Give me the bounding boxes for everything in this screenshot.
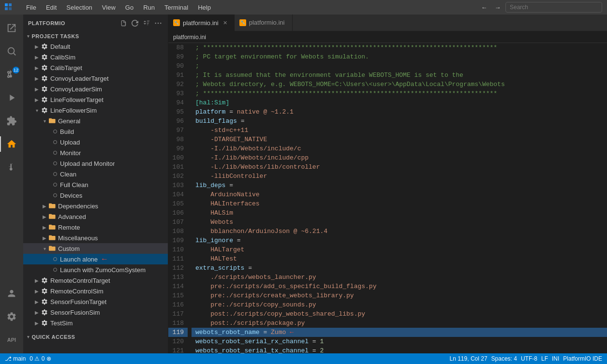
sidebar-new-file-btn[interactable]: [118, 18, 128, 28]
run-debug-icon[interactable]: [0, 86, 23, 109]
sidebar-refresh-btn[interactable]: [130, 18, 140, 28]
status-errors[interactable]: 0 ⚠ 0 ⊗: [30, 355, 51, 362]
sidebar-item-launch-alone[interactable]: Launch alone ←: [23, 254, 168, 264]
sidebar-item-remotecontroltarget[interactable]: ▶ RemoteControlTarget: [23, 275, 168, 286]
sidebar-item-monitor-label: Monitor: [60, 149, 81, 157]
status-cursor[interactable]: Ln 119, Col 27: [450, 355, 488, 362]
status-branch[interactable]: ⎇ main: [5, 355, 26, 362]
sidebar-item-sensorfusiontarget[interactable]: ▶ SensorFusionTarget: [23, 296, 168, 307]
folder-icon: [48, 202, 56, 210]
sidebar-item-full-clean[interactable]: Full Clean: [23, 179, 168, 190]
sidebar-item-upload[interactable]: Upload: [23, 137, 168, 147]
status-eol[interactable]: LF: [541, 355, 548, 362]
code-line-90: ;: [192, 61, 607, 71]
red-arrow-annotation-2: ←: [290, 328, 294, 337]
account-icon[interactable]: [0, 282, 23, 305]
flask-icon[interactable]: [0, 156, 23, 179]
sidebar-item-linefollowertarget[interactable]: ▶ LineFollowerTarget: [23, 94, 168, 105]
remote-explorer-icon[interactable]: API: [0, 328, 23, 351]
menu-help[interactable]: Help: [194, 3, 215, 12]
folder-icon: [48, 213, 56, 220]
nav-fwd-button[interactable]: →: [492, 1, 503, 13]
status-platformio[interactable]: PlatformIO IDE: [563, 355, 602, 362]
sidebar-item-remote[interactable]: ▶ Remote: [23, 222, 168, 233]
breadcrumb-file[interactable]: platformio.ini: [173, 34, 206, 41]
chevron-right-icon: ▶: [41, 223, 48, 231]
explorer-icon[interactable]: [0, 16, 23, 40]
extensions-icon[interactable]: [0, 109, 23, 132]
tab-close-btn[interactable]: ✕: [222, 19, 229, 27]
menu-view[interactable]: View: [98, 3, 119, 12]
sidebar-item-build[interactable]: Build: [23, 126, 168, 137]
sidebar-item-remotecontrolsim[interactable]: ▶ RemoteControlSim: [23, 286, 168, 296]
code-area[interactable]: ; **************************************…: [192, 43, 607, 353]
breadcrumb-bar: platformio.ini: [168, 31, 607, 43]
sidebar-item-calibsim[interactable]: ▶ CalibSim: [23, 52, 168, 62]
settings-icon[interactable]: [0, 305, 23, 328]
sidebar-item-upload-and-monitor[interactable]: Upload and Monitor: [23, 158, 168, 169]
sidebar-item-calibtarget[interactable]: ▶ CalibTarget: [23, 62, 168, 73]
sidebar-item-remote-label: Remote: [58, 224, 80, 231]
sidebar-item-convoyleadersim[interactable]: ▶ ConvoyLeaderSim: [23, 84, 168, 94]
nav-back-button[interactable]: ←: [478, 1, 490, 13]
sidebar-item-remotecontrolsim-label: RemoteControlSim: [50, 288, 104, 295]
code-line-117: post:./scripts/copy_webots_shared_libs.p…: [192, 309, 607, 319]
platformio-home-icon[interactable]: [0, 132, 23, 156]
tab-bar: 🔧 platformio.ini ✕ 🔧 platformio.ini: [168, 15, 607, 31]
sidebar-item-custom[interactable]: ▾ Custom: [23, 243, 168, 254]
chevron-right-icon: ▶: [33, 277, 41, 284]
sidebar-item-dependencies[interactable]: ▶ Dependencies: [23, 201, 168, 211]
tab-platformio-ini-active[interactable]: 🔧 platformio.ini ✕: [168, 15, 235, 31]
svg-point-8: [160, 22, 162, 24]
sidebar-item-linefollowersim[interactable]: ▾ LineFollowerSim: [23, 105, 168, 116]
no-chevron: [48, 191, 53, 199]
sidebar-item-advanced[interactable]: ▶ Advanced: [23, 211, 168, 222]
sidebar-item-launch-zumo[interactable]: Launch with ZumoComSystem: [23, 264, 168, 275]
section-quick-access[interactable]: ▾ QUICK ACCESS: [23, 332, 168, 342]
chevron-right-icon: ▶: [41, 213, 48, 220]
code-line-121: webots_robot_serial_tx_channel = 2: [192, 346, 607, 353]
source-control-icon[interactable]: 12: [0, 63, 23, 86]
menu-terminal[interactable]: Terminal: [161, 3, 192, 12]
menu-edit[interactable]: Edit: [42, 3, 60, 12]
sidebar-item-clean[interactable]: Clean: [23, 169, 168, 179]
sidebar-item-default-label: Default: [50, 43, 70, 50]
gear-icon: [41, 74, 48, 82]
sidebar-header: PlatformIO: [23, 15, 168, 31]
chevron-right-icon: ▶: [33, 287, 41, 295]
code-line-95: platform = native @ ~1.2.1: [192, 107, 607, 116]
sidebar-item-sensorfusionsim[interactable]: ▶ SensorFusionSim: [23, 307, 168, 318]
code-line-111: HALTest: [192, 254, 607, 263]
section-project-tasks[interactable]: ▾ PROJECT TASKS: [23, 31, 168, 41]
menu-run[interactable]: Run: [139, 3, 159, 12]
sidebar-item-testsim[interactable]: ▶ TestSim: [23, 318, 168, 328]
code-line-99: -I./lib/Webots/include/c: [192, 144, 607, 153]
sidebar-item-default[interactable]: ▶ Default: [23, 41, 168, 52]
sidebar-more-btn[interactable]: [153, 18, 163, 28]
sidebar-item-convoyleadertarget[interactable]: ▶ ConvoyLeaderTarget: [23, 73, 168, 84]
sidebar-item-linefollowertarget-label: LineFollowerTarget: [50, 96, 104, 103]
gear-icon: [41, 43, 48, 50]
sidebar-item-devices[interactable]: Devices: [23, 190, 168, 201]
search-input[interactable]: [505, 2, 602, 13]
status-encoding[interactable]: UTF-8: [521, 355, 537, 362]
sidebar-item-miscellaneous[interactable]: ▶ Miscellaneous: [23, 233, 168, 243]
status-spaces[interactable]: Spaces: 4: [491, 355, 517, 362]
menu-file[interactable]: File: [22, 3, 40, 12]
status-language[interactable]: INI: [552, 355, 559, 362]
code-line-107: Webots: [192, 218, 607, 227]
sidebar-title: PlatformIO: [28, 20, 65, 26]
gear-icon: [41, 277, 48, 284]
sidebar-item-general[interactable]: ▾ General: [23, 116, 168, 126]
menu-selection[interactable]: Selection: [62, 3, 96, 12]
search-icon[interactable]: [0, 40, 23, 63]
code-line-120: webots_robot_serial_rx_channel = 1: [192, 337, 607, 346]
sidebar-item-monitor[interactable]: Monitor: [23, 147, 168, 158]
menu-go[interactable]: Go: [121, 3, 137, 12]
code-line-93: ; **************************************…: [192, 89, 607, 98]
sidebar-collapse-btn[interactable]: [142, 18, 151, 28]
task-circle-icon: [53, 268, 57, 272]
code-line-109: lib_ignore =: [192, 236, 607, 245]
tab-platformio-ini-inactive[interactable]: 🔧 platformio.ini: [235, 15, 293, 31]
code-line-92: ; Webots directory, e.g. WEBOTS_HOME=C:\…: [192, 80, 607, 89]
